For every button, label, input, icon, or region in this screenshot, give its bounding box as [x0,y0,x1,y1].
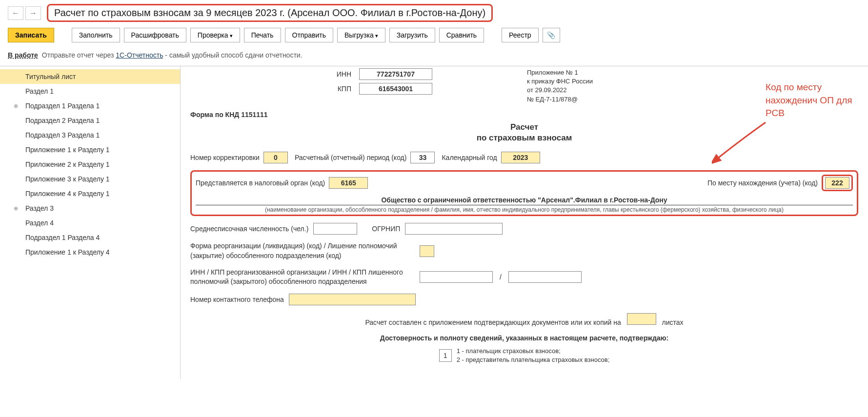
ogrnip-label: ОГРНИП [372,225,400,233]
fill-button[interactable]: Заполнить [72,28,120,42]
expand-icon[interactable]: ⊕ [14,103,18,109]
sidebar-item-label: Приложение 1 к Разделу 4 [25,248,110,256]
sidebar-item-label: Приложение 2 к Разделу 1 [25,160,110,168]
compare-button[interactable]: Сравнить [439,28,484,42]
sidebar-item-6[interactable]: Приложение 2 к Разделу 1 [0,157,180,172]
write-button[interactable]: Записать [8,28,54,42]
sidebar-item-7[interactable]: Приложение 3 к Разделу 1 [0,172,180,186]
docs-pages-field[interactable] [627,313,656,325]
knd-label: Форма по КНД 1151111 [190,111,858,119]
reorg-kpp-field[interactable] [508,271,582,283]
sidebar-item-5[interactable]: Приложение 1 к Разделу 1 [0,142,180,157]
sidebar-item-8[interactable]: Приложение 4 к Разделу 1 [0,186,180,201]
docs-text2: листах [662,318,684,326]
nav-forward-button[interactable]: → [25,6,41,20]
sidebar-item-10[interactable]: Раздел 4 [0,216,180,230]
corr-field[interactable]: 0 [263,152,288,163]
status-text: Отправьте отчет через 1С-Отчетность - са… [42,51,303,59]
docs-text1: Расчет составлен с приложением подтвержд… [365,318,621,326]
sidebar: Титульный листРаздел 1⊕Подраздел 1 Разде… [0,66,181,379]
import-button[interactable]: Загрузить [389,28,435,42]
sidebar-item-label: Раздел 1 [25,87,54,95]
reorg-label: Форма реорганизации (ликвидация) (код) /… [190,241,415,260]
print-button[interactable]: Печать [244,28,281,42]
annotation-arrow-icon [712,120,770,164]
confirm-options: 1 - плательщик страховых взносов; 2 - пр… [457,347,610,364]
phone-field[interactable] [289,294,416,305]
sidebar-item-label: Подраздел 1 Раздела 4 [25,234,100,241]
paperclip-icon: 📎 [547,31,555,39]
sidebar-item-2[interactable]: ⊕Подраздел 1 Раздела 1 [0,99,180,113]
expand-icon[interactable]: ⊕ [14,205,18,212]
ogrnip-field[interactable] [405,223,503,235]
phone-label: Номер контактного телефона [190,296,284,303]
sidebar-item-label: Подраздел 1 Раздела 1 [25,102,100,110]
sidebar-item-12[interactable]: Приложение 1 к Разделу 4 [0,245,180,259]
highlighted-section: Представляется в налоговый орган (код) 6… [190,170,858,217]
report-link[interactable]: 1С-Отчетность [116,51,163,59]
sidebar-item-11[interactable]: Подраздел 1 Раздела 4 [0,230,180,245]
check-button[interactable]: Проверка [190,28,240,42]
registry-button[interactable]: Реестр [502,28,539,42]
sidebar-item-label: Приложение 1 к Разделу 1 [25,146,110,154]
avg-label: Среднесписочная численность (чел.) [190,225,308,233]
sidebar-item-3[interactable]: Подраздел 2 Раздела 1 [0,113,180,128]
sidebar-item-label: Раздел 3 [25,204,54,212]
place-field[interactable]: 222 [825,177,849,189]
kpp-label: КПП [322,85,351,93]
content-area: Код по месту нахожденич ОП для РСВ ИНН 7… [181,66,868,379]
sidebar-item-label: Приложение 3 к Разделу 1 [25,175,110,183]
period-label: Расчетный (отчетный) период (код) [295,154,407,161]
nav-back-button[interactable]: ← [8,6,23,20]
place-label: По месту нахождения (учета) (код) [707,179,818,187]
year-field[interactable]: 2023 [501,152,540,163]
confirm-opt-field[interactable]: 1 [439,349,452,362]
page-title: Расчет по страховым взносам за 9 месяцев… [47,4,493,22]
sidebar-item-label: Титульный лист [25,73,76,80]
tax-org-label: Представляется в налоговый орган (код) [196,179,325,187]
reorg-inn-field[interactable] [420,271,493,283]
export-button[interactable]: Выгрузка [337,28,385,42]
toolbar: Записать Заполнить Расшифровать Проверка… [0,26,868,48]
org-name-field[interactable]: Общество с ограниченной ответственностью… [196,196,853,205]
confirm-title: Достоверность и полноту сведений, указан… [190,334,858,342]
sidebar-item-label: Подраздел 2 Раздела 1 [25,117,100,124]
org-note: (наименование организации, обособленного… [196,206,853,214]
kpp-field[interactable]: 616543001 [359,83,432,95]
sidebar-item-1[interactable]: Раздел 1 [0,84,180,99]
sidebar-item-label: Раздел 4 [25,219,54,227]
reorg-field[interactable] [420,245,434,257]
appendix-info: Приложение № 1 к приказу ФНС России от 2… [527,68,649,104]
sidebar-item-9[interactable]: ⊕Раздел 3 [0,201,180,216]
corr-label: Номер корректировки [190,154,260,161]
sidebar-item-label: Приложение 4 к Разделу 1 [25,190,110,198]
annotation-text: Код по месту нахожденич ОП для РСВ [766,81,858,120]
sidebar-item-label: Подраздел 3 Раздела 1 [25,131,100,139]
period-field[interactable]: 33 [410,152,435,163]
tax-org-field[interactable]: 6165 [329,177,368,189]
avg-field[interactable] [313,223,357,235]
sidebar-item-4[interactable]: Подраздел 3 Раздела 1 [0,128,180,142]
status-state-link[interactable]: В работе [8,51,38,59]
inn-field[interactable]: 7722751707 [359,68,432,80]
year-label: Календарный год [442,154,497,161]
inn-label: ИНН [322,70,351,78]
attach-button[interactable]: 📎 [543,28,560,42]
decrypt-button[interactable]: Расшифровать [124,28,186,42]
send-button[interactable]: Отправить [285,28,333,42]
reorg-inn-label: ИНН / КПП реорганизованной организации /… [190,268,415,287]
sidebar-item-0[interactable]: Титульный лист [0,69,180,84]
